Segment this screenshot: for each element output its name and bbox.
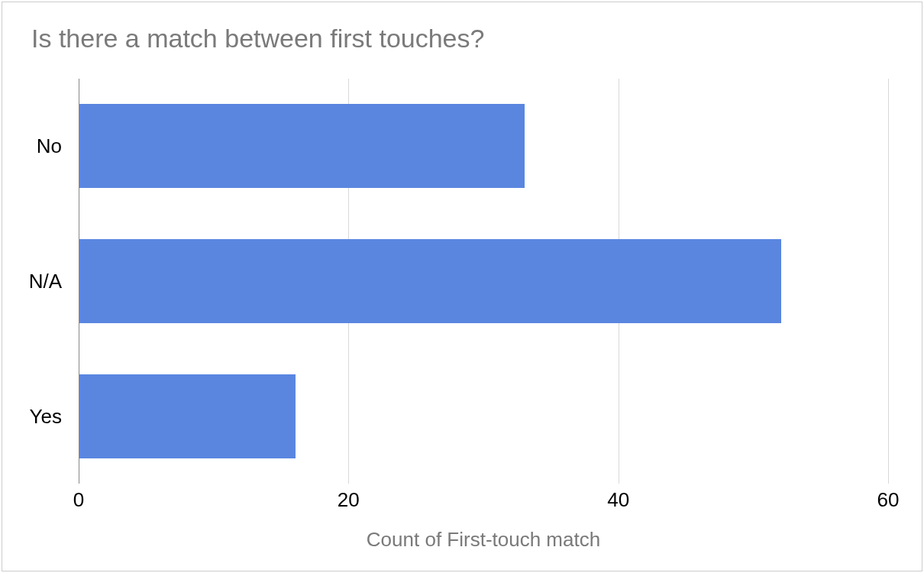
y-axis-line: [79, 79, 79, 484]
bar-row-na: [79, 239, 781, 323]
y-label-2: Yes: [30, 404, 62, 428]
y-label-1: N/A: [29, 270, 62, 293]
bar-no: [79, 104, 525, 188]
plot-area: [79, 79, 888, 484]
x-tick-1: 20: [338, 488, 360, 512]
chart-container: Is there a match between first touches? …: [2, 2, 922, 571]
x-tick-3: 60: [877, 488, 900, 512]
x-tick-0: 0: [73, 488, 84, 512]
y-label-0: No: [37, 134, 62, 158]
x-tick-2: 40: [607, 488, 629, 512]
bar-row-yes: [79, 374, 296, 458]
x-axis-labels: 0 20 40 60: [79, 488, 888, 519]
bar-row-no: [79, 104, 525, 188]
y-axis-labels: No N/A Yes: [2, 79, 71, 484]
x-axis-title: Count of First-touch match: [79, 528, 888, 552]
gridline-60: [888, 79, 889, 484]
bar-yes: [79, 374, 296, 458]
bars-group: [79, 79, 888, 484]
bar-na: [79, 239, 781, 323]
chart-title: Is there a match between first touches?: [31, 24, 484, 53]
